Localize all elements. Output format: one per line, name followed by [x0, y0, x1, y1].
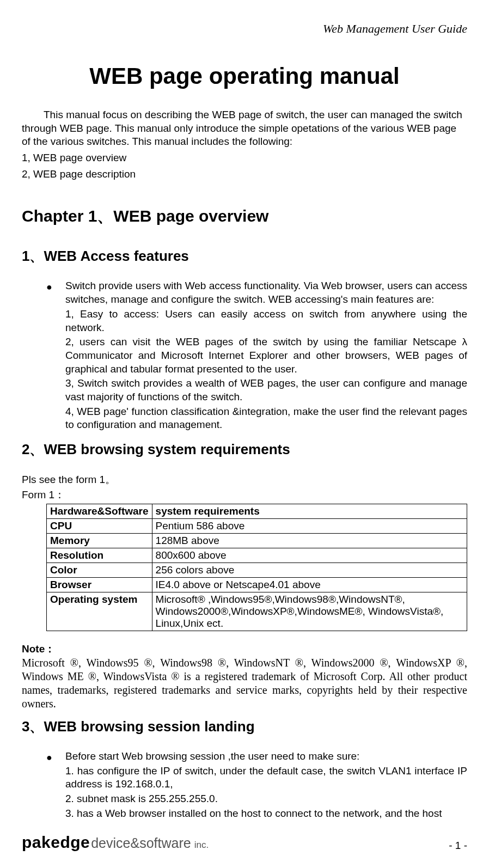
table-header-row: Hardware&Software system requirements: [47, 504, 467, 519]
table-cell: Microsoft® ,Windows95®,Windows98®,Window…: [152, 592, 467, 631]
section-3-point-1: 1. has configure the IP of switch, under…: [65, 765, 467, 791]
section-3-bullet: ● Before start Web browsing session ,the…: [22, 750, 467, 820]
logo-inc-text: inc.: [194, 840, 209, 851]
table-row: Memory 128MB above: [47, 534, 467, 548]
page: Web Management User Guide WEB page opera…: [0, 0, 489, 868]
table-cell: IE4.0 above or Netscape4.01 above: [152, 578, 467, 592]
table-cell: 256 colors above: [152, 563, 467, 578]
chapter-1-title: Chapter 1、WEB page overview: [22, 205, 467, 228]
section-3-lead: Before start Web browsing session ,the u…: [65, 750, 467, 763]
brand-logo: pakedge device&software inc.: [22, 833, 209, 852]
form-intro-1: Pls see the form 1。: [22, 473, 467, 487]
table-row: Browser IE4.0 above or Netscape4.01 abov…: [47, 578, 467, 592]
table-cell: CPU: [47, 519, 152, 534]
table-row: Color 256 colors above: [47, 563, 467, 578]
table-cell: Operating system: [47, 592, 152, 631]
section-1-point-4: 4, WEB page' function classification &in…: [65, 405, 467, 432]
section-3-point-2: 2. subnet mask is 255.255.255.0.: [65, 792, 467, 806]
intro-item-2: 2, WEB page description: [22, 168, 467, 181]
table-cell: Browser: [47, 578, 152, 592]
table-row: Operating system Microsoft® ,Windows95®,…: [47, 592, 467, 631]
bullet-icon: ●: [46, 281, 52, 294]
document-title: WEB page operating manual: [22, 63, 467, 89]
header-guide-title: Web Management User Guide: [22, 22, 467, 36]
section-1-bullet: ● Switch provide users with Web access f…: [22, 279, 467, 432]
bullet-icon: ●: [46, 751, 52, 764]
section-1-point-1: 1, Easy to access: Users can easily acce…: [65, 308, 467, 334]
section-2-title: 2、WEB browsing system requirements: [22, 440, 467, 459]
footer: pakedge device&software inc. - 1 -: [22, 833, 467, 852]
requirements-table: Hardware&Software system requirements CP…: [46, 504, 467, 631]
intro-item-1: 1, WEB page overview: [22, 151, 467, 165]
table-header-hw: Hardware&Software: [47, 504, 152, 519]
section-3-title: 3、WEB browsing session landing: [22, 717, 467, 736]
logo-bold-text: pakedge: [22, 833, 90, 852]
section-1-title: 1、WEB Access features: [22, 247, 467, 266]
section-1-point-3: 3, Switch switch provides a wealth of WE…: [65, 377, 467, 404]
section-3-point-3: 3. has a Web browser installed on the ho…: [65, 807, 467, 821]
intro-paragraph: This manual focus on describing the WEB …: [22, 108, 467, 149]
table-cell: Color: [47, 563, 152, 578]
logo-light-text: device&software: [91, 835, 191, 851]
table-row: Resolution 800x600 above: [47, 548, 467, 563]
section-1-lead: Switch provide users with Web access fun…: [65, 279, 467, 306]
table-cell: Resolution: [47, 548, 152, 563]
table-cell: Memory: [47, 534, 152, 548]
intro-text: This manual focus on describing the WEB …: [22, 108, 467, 149]
table-header-req: system requirements: [152, 504, 467, 519]
form-intro-2: Form 1：: [22, 488, 467, 502]
note-label: Note：: [22, 642, 467, 656]
table-cell: 128MB above: [152, 534, 467, 548]
table-cell: 800x600 above: [152, 548, 467, 563]
table-cell: Pentium 586 above: [152, 519, 467, 534]
table-row: CPU Pentium 586 above: [47, 519, 467, 534]
page-number: - 1 -: [449, 840, 467, 852]
section-1-point-2: 2, users can visit the WEB pages of the …: [65, 335, 467, 376]
note-body: Microsoft ®, Windows95 ®, Windows98 ®, W…: [22, 656, 467, 711]
